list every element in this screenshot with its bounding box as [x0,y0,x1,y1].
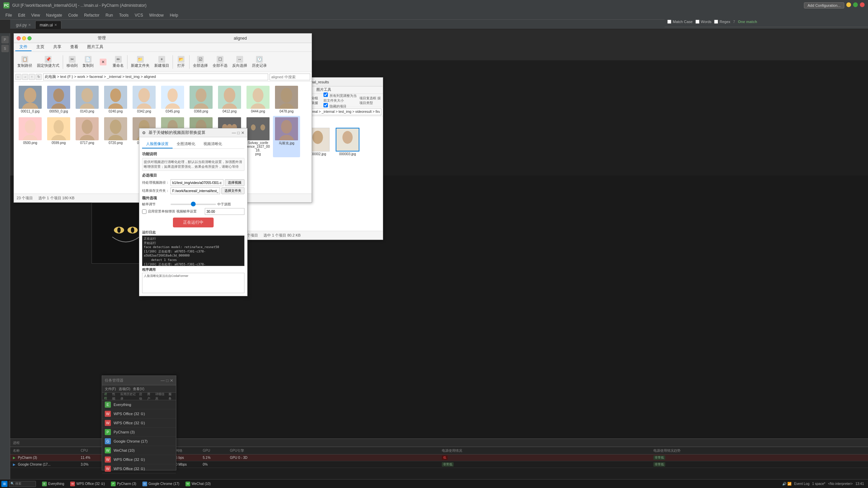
list-item[interactable]: 0500.png [17,116,44,157]
dlg-restore-btn[interactable]: □ [237,130,240,135]
tm-process-tab[interactable]: 进程 [13,441,20,445]
launcher-menu-view[interactable]: 查看(V) [133,387,144,391]
fm-btn-select-none[interactable]: ☐ 全部不选 [211,55,230,69]
taskbar-item-wps1[interactable]: W WPS Office (32 ①) [67,481,107,487]
dlg-tab-full-enhance[interactable]: 全图清晰化 [173,140,199,148]
menu-code[interactable]: Code [65,12,81,18]
launcher-close-btn[interactable]: ✕ [170,378,173,383]
sidebar-project-icon[interactable]: P [1,36,9,43]
list-item[interactable]: 0717.png [74,116,101,157]
list-item[interactable]: 0478.png [273,84,300,115]
fm-close-btn[interactable] [17,36,21,40]
fm-btn-copy-path[interactable]: 📋 复制路径 [15,55,34,69]
fm-btn-move[interactable]: ✂ 移动到 [64,55,80,69]
list-item[interactable]: Solvay_conference_1927_0018.png [244,116,272,157]
launcher-item-chrome[interactable]: G Google Chrome (17) [102,437,176,446]
subtab-startup[interactable]: 启动 [138,393,145,400]
fm2-hidden-checkbox[interactable] [323,103,328,107]
dlg-minimize-btn[interactable]: — [232,130,236,135]
menu-run[interactable]: Run [103,12,116,18]
dlg-tab-face-settings[interactable]: 人脸图像设置 [142,140,173,148]
list-item[interactable]: 0444.png [244,84,272,115]
tab-guipy[interactable]: gui.py ✕ [12,21,35,29]
fm-forward-btn[interactable]: → [22,74,28,80]
dlg-select-folder-btn[interactable]: 选择文件夹 [221,187,244,194]
launcher-menu-options[interactable]: 选项(O) [119,387,130,391]
launcher-item-wps1[interactable]: W WPS Office (32 ①) [102,409,176,419]
taskbar-item-pycharm[interactable]: P PyCharm (3) [108,481,139,487]
match-case-label[interactable]: Match Case [667,20,693,24]
subtab-process[interactable]: 进程 [103,393,110,400]
menu-tools[interactable]: Tools [116,12,131,18]
tab-guipy-close[interactable]: ✕ [28,23,31,27]
fm-btn-rename[interactable]: ✏ 重命名 [111,55,126,69]
list-item-selected[interactable]: 马斯克.jpg [273,116,300,157]
dlg-close-btn[interactable]: ✕ [241,130,244,135]
taskbar-item-everything[interactable]: E Everything [39,481,67,487]
menu-refactor[interactable]: Refactor [81,12,102,18]
menu-edit[interactable]: Edit [15,12,28,18]
fm-btn-select-all[interactable]: ☑ 全部选择 [191,55,210,69]
fm-search-input[interactable] [270,74,310,80]
list-item[interactable]: 00050_0.jpg [45,84,72,115]
frame-rate-input[interactable] [205,208,244,215]
taskbar-item-wechat[interactable]: W WeChat (10) [183,481,214,487]
fm-tab-view[interactable]: 查看 [66,43,82,51]
launcher-minimize-btn[interactable]: — [161,378,165,383]
menu-file[interactable]: File [3,12,15,18]
regex-checkbox[interactable] [714,20,718,24]
dlg-video-path-input[interactable] [171,179,223,186]
fm-btn-invert[interactable]: ↔ 反向选择 [230,55,249,69]
launcher-item-wps4[interactable]: W WPS Office (32 ①) [102,464,176,473]
fm-btn-quick-access[interactable]: 📌 固定快捷方式 [35,55,61,69]
taskbar-item-chrome[interactable]: G Google Chrome (17) [140,481,182,487]
list-item[interactable]: 0240.png [102,84,129,115]
fm-address-input[interactable] [43,74,268,80]
words-checkbox[interactable] [695,20,699,24]
match-case-checkbox[interactable] [667,20,671,24]
subtab-performance[interactable]: 性能 [112,393,118,400]
dlg-output-input[interactable] [171,187,220,194]
launcher-item-ev[interactable]: E EV录屏 (2 ①) [102,473,176,475]
sidebar-structure-icon[interactable]: S [1,45,9,52]
dlg-log-box[interactable]: 正在运行 开始运行 face detection model: retinafa… [142,236,244,266]
menu-navigate[interactable]: Navigate [43,12,65,18]
list-item[interactable]: 00011_0.jpg [17,84,44,115]
launcher-item-wps3[interactable]: W WPS Office (32 ①) [102,455,176,464]
fm-tab-file[interactable]: 文件 [15,43,32,51]
list-item[interactable]: 0720.png [102,116,129,157]
list-item[interactable]: 0342.png [131,84,158,115]
fm2-item-3[interactable]: 000003.jpg [334,128,361,156]
menu-vcs[interactable]: VCS [132,12,146,18]
fm-tab-share[interactable]: 共享 [49,43,65,51]
fm-tab-pictures[interactable]: 图片工具 [83,43,107,51]
frame-adjust-slider[interactable] [171,204,216,205]
list-item[interactable]: 0345.png [159,84,186,115]
start-button[interactable]: ⊞ [1,481,7,487]
fm-back-btn[interactable]: ← [15,74,21,80]
fm-btn-copy[interactable]: 📄 复制到 [80,55,96,69]
fm-maximize-btn[interactable] [27,36,32,40]
dlg-run-button[interactable]: 正在运行中 [173,218,214,227]
launcher-item-everything[interactable]: E Everything [102,400,176,409]
search-bar[interactable]: 🔍 搜索 [9,481,36,487]
fm-btn-open[interactable]: 📂 打开 [174,55,188,69]
list-item[interactable]: 0412.png [216,84,243,115]
launcher-menu-file[interactable]: 文件(F) [105,387,116,391]
bg-strength-checkbox[interactable] [142,209,146,214]
tab-mainui-close[interactable]: ✕ [54,23,57,27]
minimize-button[interactable] [846,2,851,7]
regex-label[interactable]: Regex [714,20,730,24]
menu-view[interactable]: View [28,12,43,18]
subtab-services[interactable]: 服务 [168,393,175,400]
launcher-item-wechat[interactable]: W WeChat (10) [102,446,176,455]
list-item[interactable]: 0599.png [45,116,72,157]
launcher-item-pycharm[interactable]: P PyCharm (3) [102,428,176,437]
fm-btn-delete[interactable]: ✕ [96,58,110,66]
fm-refresh-btn[interactable]: ↻ [36,74,42,80]
menu-window[interactable]: Window [146,12,166,18]
fm-btn-new-folder[interactable]: 📁 新建文件夹 [129,55,152,69]
subtab-history[interactable]: 应用历史记录 [120,393,137,400]
words-label[interactable]: Words [695,20,712,24]
tab-mainui[interactable]: main.ui ✕ [35,21,61,29]
